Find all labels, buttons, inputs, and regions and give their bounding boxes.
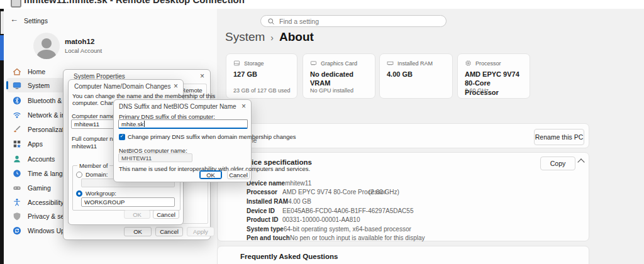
full-computer-name-value: mhitew11 <box>72 143 97 150</box>
sidebar-item-gaming[interactable]: Gaming <box>13 180 51 195</box>
sidebar-label: Apps <box>28 140 43 148</box>
dns-change-checkbox[interactable] <box>119 134 125 140</box>
rename-pc-button[interactable]: Rename this PC <box>534 129 584 145</box>
close-icon[interactable]: × <box>174 82 178 90</box>
avatar <box>33 33 60 59</box>
rename-pc-label: Rename this PC <box>535 133 583 141</box>
search-placeholder: Find a setting <box>279 18 319 25</box>
sidebar-item-accounts[interactable]: Accounts <box>13 151 55 166</box>
page-title: About <box>279 30 314 44</box>
copy-button[interactable]: Copy <box>540 157 575 170</box>
card-footer: 2.60 GHz <box>465 87 489 94</box>
dialog-title: Computer Name/Domain Changes <box>74 83 170 90</box>
spec-row: Product ID00331-10000-00001-AA810 <box>218 215 590 224</box>
graphics-card: Graphics Card No dedicated VRAM No GPU i… <box>303 53 375 99</box>
breadcrumb-system[interactable]: System <box>225 30 265 44</box>
close-icon[interactable]: × <box>200 72 204 80</box>
card-value: 4.00 GB <box>387 70 445 79</box>
privacy-icon <box>13 212 21 221</box>
cn-cancel-button[interactable]: Cancel <box>153 210 179 219</box>
time-language-icon <box>13 169 21 178</box>
close-icon[interactable]: × <box>242 102 246 110</box>
user-account-type: Local Account <box>65 47 102 54</box>
domain-label: Domain: <box>86 171 108 178</box>
dns-cancel-button[interactable]: Cancel <box>227 170 250 179</box>
card-label: Graphics Card <box>321 60 357 67</box>
dialog-title: DNS Suffix and NetBIOS Computer Name <box>119 103 236 110</box>
sidebar-item-home[interactable]: Home <box>13 64 45 79</box>
search-icon <box>267 18 275 25</box>
home-icon <box>13 67 21 76</box>
apps-icon <box>13 140 21 148</box>
faq-card: Frequently Asked Questions <box>217 246 589 264</box>
sidebar-label: Gaming <box>28 184 51 192</box>
computer-name-label: Computer name: <box>72 113 116 119</box>
spec-row: Device IDEE045AB6-FCD0-4A06-B1FF-46297A5… <box>218 206 590 216</box>
system-icon <box>13 81 21 90</box>
card-label: Storage <box>244 60 264 67</box>
chevron-up-icon[interactable] <box>576 158 586 168</box>
copy-label: Copy <box>550 160 566 167</box>
sidebar-selected-indicator <box>6 81 8 89</box>
ram-icon <box>387 60 394 67</box>
windows-update-icon <box>13 226 21 235</box>
card-label: Installed RAM <box>397 60 433 67</box>
gaming-icon <box>13 184 21 192</box>
breadcrumb: System › About <box>225 30 314 44</box>
description-line1: You can change the name and the membersh… <box>72 92 215 99</box>
sidebar-label: Accessibility <box>28 199 64 206</box>
accessibility-icon <box>13 198 21 207</box>
cn-ok-button[interactable]: OK <box>124 210 150 219</box>
domain-radio[interactable] <box>76 172 82 178</box>
sidebar-item-accessibility[interactable]: Accessibility <box>13 195 64 209</box>
spec-row: Device namemhitew11 <box>218 179 590 188</box>
sysprop-ok-button[interactable]: OK <box>124 227 152 236</box>
settings-title: Settings <box>24 17 48 25</box>
workgroup-field[interactable]: WORKGROUP <box>81 197 175 207</box>
sysprop-cancel-button[interactable]: Cancel <box>155 227 183 236</box>
sidebar-label: System <box>28 82 50 89</box>
sidebar-item-system[interactable]: System <box>13 78 50 92</box>
rdp-titlebar: mhitew11.mhite.sk - Remote Desktop Conne… <box>0 0 644 9</box>
spec-row: Installed RAM4.00 GB <box>218 197 590 206</box>
bluetooth-icon <box>13 96 21 105</box>
spec-row: Pen and touchNo pen or touch input is av… <box>218 234 590 243</box>
personalization-icon <box>13 125 21 134</box>
screen: mhitew11.mhite.sk - Remote Desktop Conne… <box>0 0 644 264</box>
storage-icon <box>233 60 240 67</box>
sysprop-apply-button[interactable]: Apply <box>187 227 214 236</box>
sidebar-label: Accounts <box>28 155 55 163</box>
sidebar-item-apps[interactable]: Apps <box>13 136 43 151</box>
accounts-icon <box>13 155 21 163</box>
avatar-head <box>42 38 52 48</box>
card-footer: No GPU installed <box>310 87 353 94</box>
spec-row: System type64-bit operating system, x64-… <box>218 224 590 234</box>
gpu-icon <box>310 60 317 67</box>
cpu-icon <box>465 60 472 67</box>
back-button[interactable]: ← <box>10 14 18 24</box>
processor-card: Processor AMD EPYC 9V74 80-Core Processo… <box>457 53 530 99</box>
card-label: Processor <box>475 60 501 67</box>
dns-ok-button[interactable]: OK <box>199 170 222 179</box>
ram-card: Installed RAM 4.00 GB <box>379 53 453 99</box>
network-icon <box>13 111 21 119</box>
rdp-app-icon <box>11 0 21 8</box>
member-of-label: Member of <box>77 162 109 169</box>
card-value: 127 GB <box>233 70 290 79</box>
primary-dns-field[interactable]: mhite.sk <box>118 119 248 129</box>
faq-title: Frequently Asked Questions <box>240 253 338 260</box>
text-caret <box>144 121 145 127</box>
search-input[interactable]: Find a setting <box>260 15 447 27</box>
breadcrumb-separator: › <box>270 31 274 43</box>
card-footer: 23 GB of 127 GB used <box>233 87 291 94</box>
dns-suffix-dialog: DNS Suffix and NetBIOS Computer Name × P… <box>113 99 252 182</box>
user-name: matoh12 <box>65 38 94 45</box>
rdp-title: mhitew11.mhite.sk - Remote Desktop Conne… <box>24 0 245 5</box>
dns-change-checkbox-label: Change primary DNS suffix when domain me… <box>128 133 296 140</box>
sidebar-label: Home <box>28 68 45 75</box>
spec-row: ProcessorAMD EPYC 9V74 80-Core Processor… <box>218 188 590 197</box>
workgroup-radio[interactable] <box>76 190 82 197</box>
spec-rows: Device namemhitew11 ProcessorAMD EPYC 9V… <box>218 179 590 243</box>
netbios-field[interactable]: MHITEW11 <box>118 153 192 162</box>
storage-card: Storage 127 GB 23 GB of 127 GB used <box>226 53 297 99</box>
